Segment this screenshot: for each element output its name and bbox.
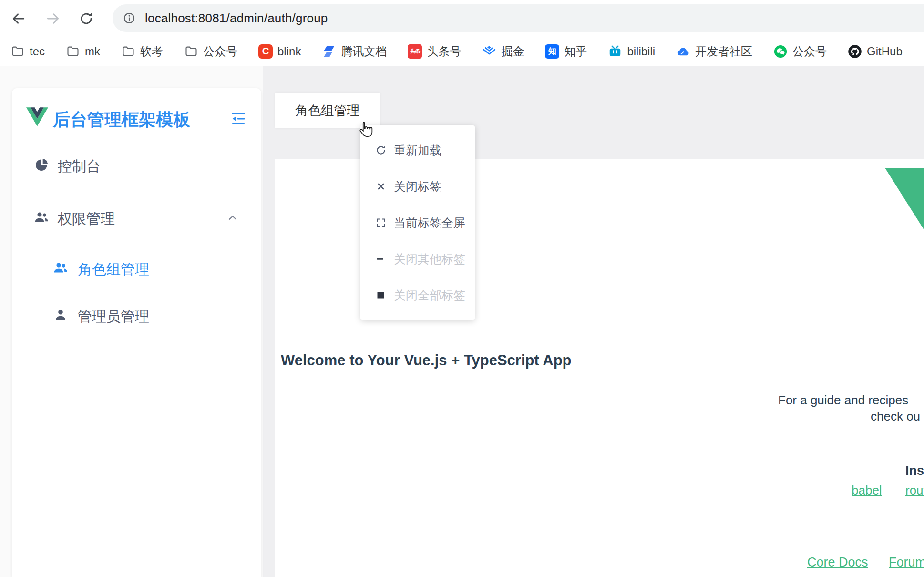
bookmark-ruankao[interactable]: 软考 bbox=[121, 44, 163, 59]
site-info-icon[interactable] bbox=[122, 11, 136, 25]
sidebar-item-label: 控制台 bbox=[58, 157, 101, 176]
folder-icon bbox=[10, 44, 25, 59]
bookmark-label: 开发者社区 bbox=[695, 44, 752, 59]
context-menu-reload[interactable]: 重新加载 bbox=[360, 132, 475, 168]
bookmark-label: mk bbox=[85, 45, 100, 58]
bookmark-mk[interactable]: mk bbox=[66, 44, 100, 59]
context-menu-label: 关闭标签 bbox=[394, 179, 441, 195]
chevron-up-icon[interactable] bbox=[226, 211, 239, 227]
toutiao-icon: 头条 bbox=[408, 44, 422, 59]
context-menu-label: 当前标签全屏 bbox=[394, 215, 465, 231]
tab-role-group[interactable]: 角色组管理 bbox=[275, 93, 380, 128]
babel-link[interactable]: babel bbox=[852, 483, 882, 498]
folder-icon bbox=[66, 44, 80, 59]
sidebar-item-role-group[interactable]: 角色组管理 bbox=[12, 255, 261, 281]
tab-context-menu: 重新加载 关闭标签 当前标签全屏 关闭其他标签 bbox=[360, 125, 475, 320]
sidebar-item-auth[interactable]: 权限管理 bbox=[12, 204, 261, 231]
bookmark-label: tec bbox=[30, 45, 45, 58]
bookmark-label: GitHub bbox=[867, 45, 903, 58]
browser-window: localhost:8081/admin/auth/group tec mk 软… bbox=[0, 0, 924, 577]
sidebar: 后台管理框架模板 控制台 权限管理 bbox=[12, 88, 261, 577]
folder-icon bbox=[184, 44, 198, 59]
bookmark-blink[interactable]: C blink bbox=[258, 44, 301, 59]
bookmark-label: 腾讯文档 bbox=[341, 44, 387, 59]
tencent-docs-icon bbox=[322, 44, 336, 59]
url-text[interactable]: localhost:8081/admin/auth/group bbox=[145, 11, 328, 26]
zhihu-icon: 知 bbox=[545, 44, 559, 59]
arrow-right-icon bbox=[45, 10, 61, 27]
forum-link[interactable]: Forum bbox=[889, 555, 924, 570]
back-button[interactable] bbox=[9, 9, 29, 29]
bilibili-icon bbox=[608, 44, 622, 59]
context-menu-fullscreen[interactable]: 当前标签全屏 bbox=[360, 205, 475, 241]
context-menu-close-tab[interactable]: 关闭标签 bbox=[360, 168, 475, 205]
sidebar-item-label: 管理员管理 bbox=[78, 307, 149, 327]
sidebar-item-label: 权限管理 bbox=[58, 209, 115, 229]
plugins-heading: Ins bbox=[905, 464, 924, 478]
bookmark-github[interactable]: GitHub bbox=[848, 44, 903, 59]
bookmark-bilibili[interactable]: bilibili bbox=[608, 44, 655, 59]
context-menu-label: 关闭全部标签 bbox=[394, 288, 465, 303]
dashboard-icon bbox=[34, 157, 49, 175]
sidebar-header: 后台管理框架模板 bbox=[12, 104, 261, 133]
bookmark-label: 掘金 bbox=[501, 44, 524, 59]
arrow-left-icon bbox=[10, 10, 27, 27]
bookmark-label: bilibili bbox=[627, 45, 655, 58]
bookmarks-bar: tec mk 软考 公众号 C blink 腾讯文档 头条 头条号 掘金 bbox=[0, 37, 924, 66]
bookmark-label: 公众号 bbox=[792, 44, 827, 59]
sidebar-item-admin[interactable]: 管理员管理 bbox=[12, 302, 261, 329]
bookmark-label: 软考 bbox=[140, 44, 163, 59]
github-icon bbox=[848, 44, 862, 59]
bookmark-zhihu[interactable]: 知 知乎 bbox=[545, 44, 587, 59]
bookmark-gongzhonghao-folder[interactable]: 公众号 bbox=[184, 44, 237, 59]
guide-text-line2: check ou bbox=[871, 409, 920, 424]
refresh-icon bbox=[375, 144, 387, 156]
blink-icon: C bbox=[258, 44, 273, 59]
cloud-icon bbox=[676, 44, 690, 59]
bookmark-label: 知乎 bbox=[564, 44, 587, 59]
browser-toolbar: localhost:8081/admin/auth/group bbox=[0, 0, 924, 37]
bookmark-wechat-official[interactable]: 公众号 bbox=[773, 44, 827, 59]
sidebar-collapse-icon[interactable] bbox=[230, 110, 247, 129]
guide-text-line1: For a guide and recipes bbox=[778, 393, 908, 408]
bookmark-juejin[interactable]: 掘金 bbox=[482, 44, 524, 59]
welcome-heading: Welcome to Your Vue.js + TypeScript App bbox=[281, 352, 572, 369]
forward-button[interactable] bbox=[43, 9, 63, 29]
users-icon bbox=[34, 210, 49, 227]
folder-icon bbox=[121, 44, 135, 59]
context-menu-close-all: 关闭全部标签 bbox=[360, 277, 475, 313]
url-bar[interactable]: localhost:8081/admin/auth/group bbox=[113, 4, 924, 32]
tab-label: 角色组管理 bbox=[296, 102, 360, 119]
person-icon bbox=[53, 308, 68, 325]
router-link[interactable]: rout bbox=[905, 483, 924, 498]
sidebar-item-label: 角色组管理 bbox=[78, 260, 149, 279]
context-menu-label: 重新加载 bbox=[394, 143, 441, 158]
bookmark-tec[interactable]: tec bbox=[10, 44, 45, 59]
context-menu-label: 关闭其他标签 bbox=[394, 251, 465, 267]
bookmark-dev-community[interactable]: 开发者社区 bbox=[676, 44, 752, 59]
fullscreen-icon bbox=[375, 216, 387, 229]
reload-button[interactable] bbox=[76, 9, 96, 29]
bookmark-label: 公众号 bbox=[203, 44, 237, 59]
app-page: 后台管理框架模板 控制台 权限管理 bbox=[0, 66, 924, 577]
reload-icon bbox=[79, 11, 94, 26]
square-icon bbox=[375, 289, 387, 301]
user-group-icon bbox=[53, 260, 68, 278]
core-docs-link[interactable]: Core Docs bbox=[807, 555, 868, 570]
bookmark-toutiao[interactable]: 头条 头条号 bbox=[408, 44, 461, 59]
vue-logo-icon bbox=[26, 107, 48, 128]
bookmark-label: 头条号 bbox=[427, 44, 461, 59]
sidebar-item-dashboard[interactable]: 控制台 bbox=[12, 152, 261, 178]
context-menu-close-others: 关闭其他标签 bbox=[360, 241, 475, 277]
bookmark-tencent-docs[interactable]: 腾讯文档 bbox=[322, 44, 387, 59]
close-icon bbox=[375, 180, 387, 193]
bookmark-label: blink bbox=[277, 45, 301, 58]
app-title: 后台管理框架模板 bbox=[53, 108, 190, 132]
wechat-icon bbox=[773, 44, 788, 59]
minus-icon bbox=[375, 253, 387, 265]
juejin-icon bbox=[482, 44, 496, 59]
